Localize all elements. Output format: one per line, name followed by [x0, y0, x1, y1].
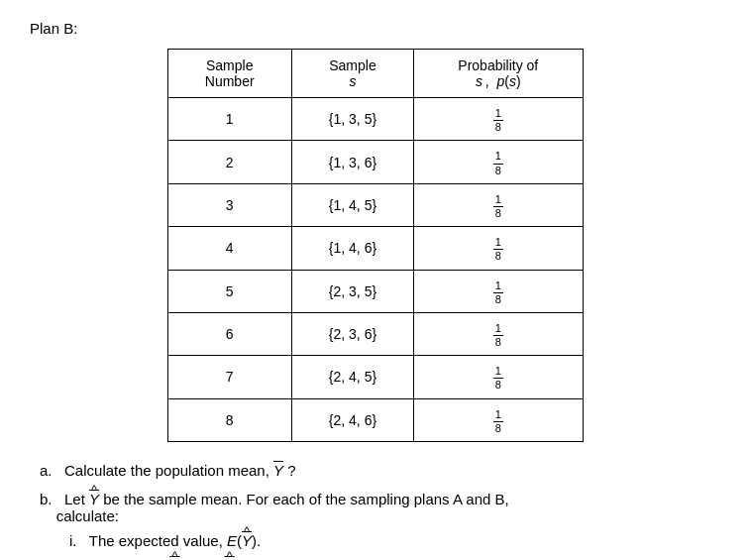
- table-row: 2 {1, 3, 6} 18: [167, 141, 583, 183]
- row-7-sample: {2, 4, 5}: [291, 356, 413, 398]
- question-b-cont: calculate:: [56, 507, 119, 524]
- row-2-prob: 18: [414, 141, 583, 183]
- table-row: 7 {2, 4, 5} 18: [167, 356, 583, 398]
- col-header-probability: Probability ofs , p(s): [414, 50, 583, 98]
- question-a-prefix: a.: [40, 462, 60, 479]
- row-6-prob: 18: [414, 312, 583, 355]
- question-b: b. Let ^Y be the sample mean. For each o…: [40, 487, 720, 560]
- question-b-prefix: b.: [40, 491, 60, 507]
- row-8-number: 8: [167, 398, 291, 441]
- row-8-prob: 18: [414, 398, 583, 441]
- row-4-prob: 18: [414, 227, 583, 270]
- question-a-text: Calculate the population mean, Y ?: [64, 462, 296, 479]
- row-1-number: 1: [167, 98, 291, 141]
- row-1-sample: {1, 3, 5}: [291, 98, 413, 141]
- table-row: 4 {1, 4, 6} 18: [167, 227, 583, 270]
- sub-question-ii: ii. The bias of ^Y , bias(^Y).: [69, 553, 720, 560]
- table-row: 5 {2, 3, 5} 18: [167, 270, 583, 312]
- col-header-number: SampleNumber: [167, 50, 291, 98]
- table-row: 3 {1, 4, 5} 18: [167, 183, 583, 226]
- sub-question-i: i. The expected value, E(^Y).: [69, 528, 720, 549]
- row-7-prob: 18: [414, 356, 583, 398]
- row-5-prob: 18: [414, 270, 583, 312]
- table-row: 6 {2, 3, 6} 18: [167, 312, 583, 355]
- table-row: 1 {1, 3, 5} 18: [167, 98, 583, 141]
- row-3-prob: 18: [414, 183, 583, 226]
- row-3-number: 3: [167, 183, 291, 226]
- question-b-text: Let ^Y be the sample mean. For each of t…: [64, 491, 509, 507]
- row-8-sample: {2, 4, 6}: [291, 398, 413, 441]
- question-a: a. Calculate the population mean, Y ?: [40, 462, 720, 479]
- table-container: SampleNumber Samples Probability ofs , p…: [30, 49, 720, 442]
- plan-label: Plan B:: [30, 20, 720, 37]
- row-4-sample: {1, 4, 6}: [291, 227, 413, 270]
- row-5-number: 5: [167, 270, 291, 312]
- row-6-sample: {2, 3, 6}: [291, 312, 413, 355]
- questions-section: a. Calculate the population mean, Y ? b.…: [30, 462, 720, 560]
- row-3-sample: {1, 4, 5}: [291, 183, 413, 226]
- row-4-number: 4: [167, 227, 291, 270]
- row-2-sample: {1, 3, 6}: [291, 141, 413, 183]
- row-6-number: 6: [167, 312, 291, 355]
- row-5-sample: {2, 3, 5}: [291, 270, 413, 312]
- table-row: 8 {2, 4, 6} 18: [167, 398, 583, 441]
- row-2-number: 2: [167, 141, 291, 183]
- sub-questions: i. The expected value, E(^Y). ii. The bi…: [40, 528, 720, 560]
- row-7-number: 7: [167, 356, 291, 398]
- sample-table: SampleNumber Samples Probability ofs , p…: [167, 49, 584, 442]
- row-1-prob: 18: [414, 98, 583, 141]
- col-header-sample: Samples: [291, 50, 413, 98]
